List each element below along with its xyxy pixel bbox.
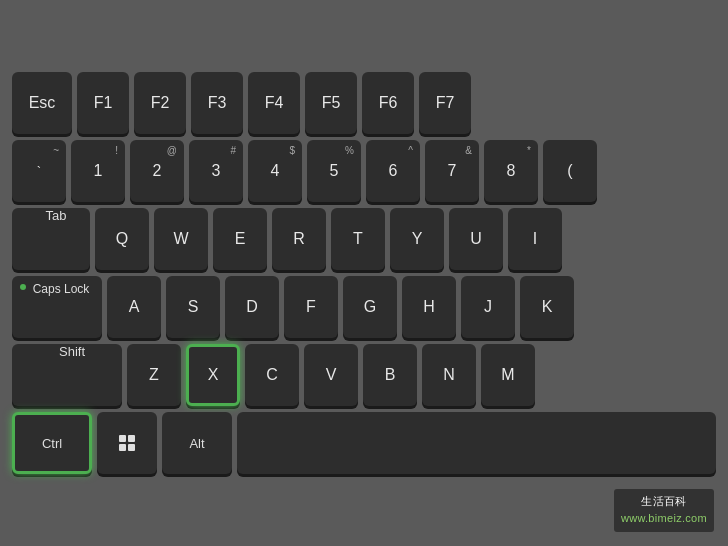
asdf-row: Caps Lock A S D F G H J K bbox=[12, 276, 716, 338]
key-alt[interactable]: Alt bbox=[162, 412, 232, 474]
key-f4[interactable]: F4 bbox=[248, 72, 300, 134]
key-w[interactable]: W bbox=[154, 208, 208, 270]
key-t[interactable]: T bbox=[331, 208, 385, 270]
key-v[interactable]: V bbox=[304, 344, 358, 406]
key-k[interactable]: K bbox=[520, 276, 574, 338]
key-e[interactable]: E bbox=[213, 208, 267, 270]
key-y[interactable]: Y bbox=[390, 208, 444, 270]
key-f6[interactable]: F6 bbox=[362, 72, 414, 134]
key-ctrl[interactable]: Ctrl bbox=[12, 412, 92, 474]
watermark: 生活百科 www.bimeiz.com bbox=[614, 489, 714, 532]
qwerty-row: Tab Q W E R T Y U I bbox=[12, 208, 716, 270]
key-space[interactable] bbox=[237, 412, 716, 474]
key-2[interactable]: @ 2 bbox=[130, 140, 184, 202]
key-q[interactable]: Q bbox=[95, 208, 149, 270]
watermark-line1: 生活百科 bbox=[621, 493, 707, 511]
windows-icon bbox=[119, 435, 135, 451]
key-j[interactable]: J bbox=[461, 276, 515, 338]
key-b[interactable]: B bbox=[363, 344, 417, 406]
key-tilde[interactable]: ~ ` bbox=[12, 140, 66, 202]
keyboard: Esc F1 F2 F3 F4 F5 F6 F7 ~ ` ! 1 @ 2 # 3… bbox=[0, 0, 728, 546]
key-f3[interactable]: F3 bbox=[191, 72, 243, 134]
key-f[interactable]: F bbox=[284, 276, 338, 338]
bottom-row: Ctrl Alt bbox=[12, 412, 716, 474]
key-9-paren[interactable]: ( bbox=[543, 140, 597, 202]
key-h[interactable]: H bbox=[402, 276, 456, 338]
key-win[interactable] bbox=[97, 412, 157, 474]
key-6[interactable]: ^ 6 bbox=[366, 140, 420, 202]
watermark-line2: www.bimeiz.com bbox=[621, 510, 707, 528]
key-tab[interactable]: Tab bbox=[12, 208, 90, 270]
key-5[interactable]: % 5 bbox=[307, 140, 361, 202]
caps-lock-indicator bbox=[20, 284, 26, 290]
key-n[interactable]: N bbox=[422, 344, 476, 406]
key-m[interactable]: M bbox=[481, 344, 535, 406]
key-r[interactable]: R bbox=[272, 208, 326, 270]
key-d[interactable]: D bbox=[225, 276, 279, 338]
key-i[interactable]: I bbox=[508, 208, 562, 270]
key-f7[interactable]: F7 bbox=[419, 72, 471, 134]
key-3[interactable]: # 3 bbox=[189, 140, 243, 202]
key-shift[interactable]: Shift bbox=[12, 344, 122, 406]
key-4[interactable]: $ 4 bbox=[248, 140, 302, 202]
key-caps-lock[interactable]: Caps Lock bbox=[12, 276, 102, 338]
number-row: ~ ` ! 1 @ 2 # 3 $ 4 % 5 ^ 6 & 7 bbox=[12, 140, 716, 202]
key-esc[interactable]: Esc bbox=[12, 72, 72, 134]
key-x[interactable]: X bbox=[186, 344, 240, 406]
key-a[interactable]: A bbox=[107, 276, 161, 338]
key-f2[interactable]: F2 bbox=[134, 72, 186, 134]
key-f5[interactable]: F5 bbox=[305, 72, 357, 134]
zxcv-row: Shift Z X C V B N M bbox=[12, 344, 716, 406]
key-7[interactable]: & 7 bbox=[425, 140, 479, 202]
key-z[interactable]: Z bbox=[127, 344, 181, 406]
fn-row: Esc F1 F2 F3 F4 F5 F6 F7 bbox=[12, 72, 716, 134]
key-c[interactable]: C bbox=[245, 344, 299, 406]
key-1[interactable]: ! 1 bbox=[71, 140, 125, 202]
key-f1[interactable]: F1 bbox=[77, 72, 129, 134]
key-8[interactable]: * 8 bbox=[484, 140, 538, 202]
key-s[interactable]: S bbox=[166, 276, 220, 338]
key-u[interactable]: U bbox=[449, 208, 503, 270]
key-g[interactable]: G bbox=[343, 276, 397, 338]
